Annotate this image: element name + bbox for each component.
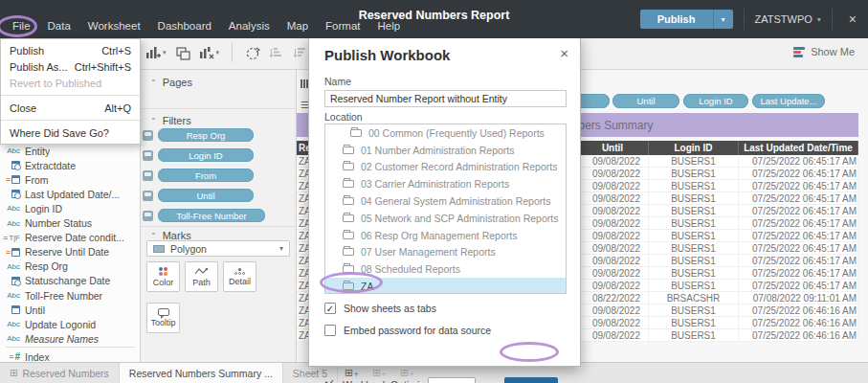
sheet-tab-reserved-numbers[interactable]: ⊞Reserved Numbers	[0, 363, 120, 383]
cell: 07/25/2022 06:45:17 AM	[739, 180, 858, 192]
file-menu-item-publish-as-[interactable]: Publish As...Ctrl+Shift+S	[1, 58, 140, 75]
cell: BUSERS1	[649, 217, 739, 229]
chevron-down-icon: ▾	[216, 49, 220, 56]
group-members-icon[interactable]	[245, 46, 260, 60]
folder-icon	[343, 248, 354, 256]
folder-item-05-network-and-scp-administration-reports[interactable]: 05 Network and SCP Administration Report…	[325, 210, 566, 227]
filter-context-icon	[143, 211, 153, 221]
folder-item-00-common-frequently-used-reports[interactable]: 00 Common (Frequently Used) Reports	[325, 124, 566, 142]
field-reserve-date-condit-[interactable]: =T|FReserve Date condit...	[0, 231, 141, 245]
field-statuschange-date[interactable]: Statuschange Date	[0, 274, 141, 288]
field-label: Extractdate	[25, 160, 76, 171]
folder-item-04-general-system-administration-reports[interactable]: 04 General System Administration Reports	[325, 192, 566, 210]
folder-item-06-resp-org-management-reports[interactable]: 06 Resp Org Management Reports	[325, 227, 566, 244]
sheet-tab-reserved-numbers-summary-[interactable]: Reserved Numbers Summary ...	[120, 363, 283, 383]
column-header-until[interactable]: Until	[577, 141, 649, 155]
optimizer-icon	[323, 378, 337, 383]
filters-card-header[interactable]: ⌃ Filters	[150, 115, 191, 126]
file-menu-item-publish[interactable]: PublishCtrl+S	[1, 42, 140, 58]
folder-item-08-scheduled-reports[interactable]: 08 Scheduled Reports	[325, 260, 566, 278]
field-label: Statuschange Date	[25, 275, 110, 286]
checkbox-checked-icon[interactable]: ✓	[324, 303, 336, 314]
cell: 09/08/2022	[577, 280, 649, 291]
folder-item-01-number-administration-reports[interactable]: 01 Number Administration Reports	[325, 142, 566, 159]
duplicate-sheet-icon[interactable]	[175, 46, 190, 60]
worksheet-grid-icon: ⊞	[10, 368, 17, 378]
pages-title: Pages	[163, 77, 192, 88]
dialog-close-button[interactable]: ×	[560, 45, 568, 61]
field-update-logonid[interactable]: AbcUpdate Logonid	[0, 317, 141, 331]
mark-button-detail[interactable]: Detail	[223, 261, 256, 292]
workbook-optimizer-button[interactable]: Workbook Optimizer	[323, 378, 434, 383]
filter-pill-until[interactable]: Until	[158, 189, 254, 202]
cell: 09/08/2022	[577, 230, 649, 241]
new-worksheet-icon[interactable]: ▾	[145, 46, 167, 60]
filter-pill-login-id[interactable]: Login ID	[158, 148, 254, 162]
filter-pill-toll-free-number[interactable]: Toll-Free Number	[158, 209, 265, 222]
rows-shelf-pill-last-update-[interactable]: Last Update...	[752, 94, 825, 108]
field-reserve-until-date[interactable]: =Reserve Until Date	[0, 245, 141, 259]
mark-button-path[interactable]: Path	[185, 261, 218, 292]
mark-type-dropdown[interactable]: Polygon ▾	[146, 240, 290, 257]
field-from[interactable]: =From	[0, 172, 141, 187]
field-login-id[interactable]: AbcLogin ID	[0, 201, 141, 215]
rows-shelf-pill-until[interactable]: Until	[612, 94, 679, 108]
folder-item-03-carrier-administration-reports[interactable]: 03 Carrier Administration Reports	[325, 175, 566, 192]
folder-item-02-customer-record-administration-reports[interactable]: 02 Customer Record Administration Report…	[325, 159, 566, 176]
cell: 09/08/2022	[577, 267, 649, 279]
field-number-status[interactable]: AbcNumber Status	[0, 216, 141, 231]
publish-dropdown-caret[interactable]: ▾	[713, 10, 733, 29]
mark-button-color[interactable]: Color	[146, 261, 180, 292]
cell: 07/25/2022 06:45:17 AM	[739, 205, 858, 216]
optimizer-label: Workbook Optimizer	[343, 379, 434, 383]
user-menu[interactable]: ZATSTWPO ▾	[755, 13, 821, 25]
field-until[interactable]: Until	[0, 303, 141, 317]
divider	[141, 108, 297, 109]
sort-descending-icon[interactable]	[293, 46, 308, 60]
sort-ascending-icon[interactable]	[269, 46, 284, 60]
field-entity[interactable]: AbcEntity	[0, 144, 141, 158]
user-name: ZATSTWPO	[755, 13, 812, 25]
menu-item-label: Close	[10, 102, 36, 114]
pages-card-header[interactable]: ⌃ Pages	[150, 77, 192, 88]
publish-button-top[interactable]: Publish	[640, 10, 713, 29]
window-close-button[interactable]: ×	[843, 11, 862, 27]
workbook-name-input[interactable]: Reserved Number Report without Entity	[324, 90, 567, 107]
column-header-last-updated-date-time[interactable]: Last Updated Date/Time	[739, 141, 858, 155]
topbar-divider	[744, 9, 745, 30]
cell: 07/08/2022 09:11:01 AM	[739, 292, 858, 304]
mark-button-tooltip[interactable]: Tooltip	[146, 303, 180, 333]
show-sheets-checkbox-row[interactable]: ✓ Show sheets as tabs	[324, 303, 436, 314]
cell: BUSERS1	[649, 255, 739, 266]
text-field-icon: Abc	[0, 262, 25, 271]
column-header-login-id[interactable]: Login ID	[649, 141, 739, 155]
tableau-window: Columns ☰ Rows UntilLogin IDLast Update.…	[0, 0, 868, 383]
folder-label: ZA	[361, 281, 373, 292]
shelf-pane: ⌃ Pages ⌃ Filters Resp OrgLogin IDFromUn…	[141, 70, 297, 362]
text-field-icon: Abc	[0, 204, 25, 213]
rows-shelf-pill-login-id[interactable]: Login ID	[683, 94, 748, 108]
folder-item-07-user-management-reports[interactable]: 07 User Management Reports	[325, 244, 566, 261]
file-menu-item-where-did-save-go-[interactable]: Where Did Save Go?	[1, 124, 140, 141]
clear-sheet-icon[interactable]: ▾	[199, 46, 220, 60]
text-field-icon: Abc	[0, 146, 25, 155]
checkbox-unchecked-icon[interactable]	[324, 325, 336, 336]
field-toll-free-number[interactable]: AbcToll-Free Number	[0, 288, 141, 303]
folder-item-za[interactable]: ZA	[325, 278, 566, 294]
field-measure-names[interactable]: AbcMeasure Names	[0, 331, 141, 346]
sheet-tab-label: Reserved Numbers Summary ...	[129, 368, 273, 379]
cell: BUSERS1	[649, 304, 739, 316]
field-extractdate[interactable]: Extractdate	[0, 158, 141, 172]
filter-pill-from[interactable]: From	[158, 169, 254, 182]
embed-password-checkbox-row[interactable]: Embed password for data source	[324, 325, 491, 336]
field-last-updated-date-[interactable]: Last Updated Date/...	[0, 187, 141, 201]
field-resp-org[interactable]: AbcResp Org	[0, 259, 141, 274]
show-me-button[interactable]: Show Me	[793, 46, 855, 57]
file-menu-item-close[interactable]: CloseAlt+Q	[1, 100, 140, 116]
menu-item-shortcut: Ctrl+S	[101, 45, 131, 56]
filter-pill-resp-org[interactable]: Resp Org	[158, 128, 254, 142]
text-field-icon: Abc	[0, 219, 25, 228]
folder-list[interactable]: 00 Common (Frequently Used) Reports01 Nu…	[324, 124, 567, 294]
publish-button-dialog[interactable]: Publish	[504, 377, 558, 383]
cancel-button[interactable]: Cancel	[428, 377, 476, 383]
